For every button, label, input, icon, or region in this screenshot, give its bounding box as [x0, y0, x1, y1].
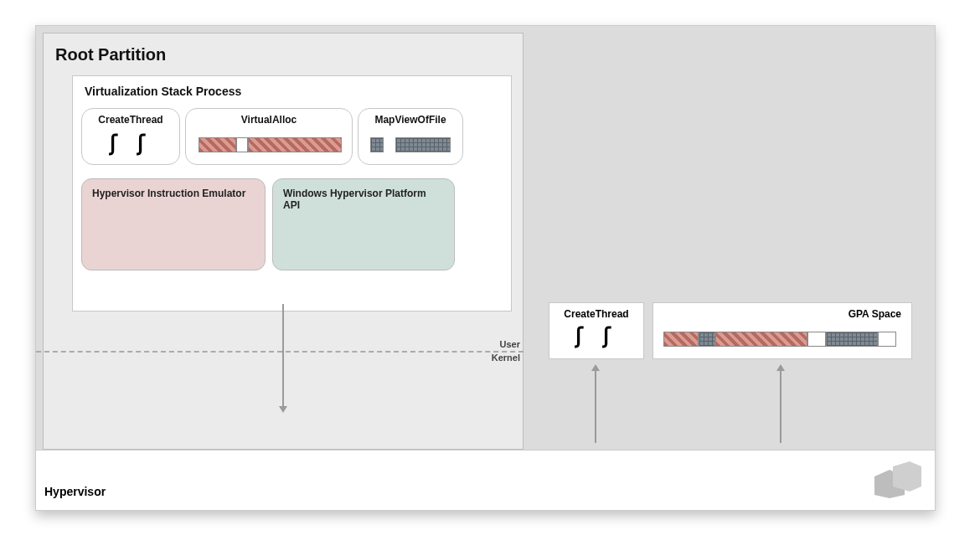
createthread-pill: CreateThread ʃ ʃ	[81, 108, 180, 165]
mapviewoffile-label: MapViewOfFile	[358, 114, 462, 126]
hypervisor-band: Hypervisor	[36, 450, 935, 510]
mapped-page-icon	[370, 137, 384, 152]
platform-api-label: Windows Hypervisor Platform API	[283, 188, 426, 211]
windows-hypervisor-platform-api-box: Windows Hypervisor Platform API	[272, 178, 455, 270]
createthread-guest-box: CreateThread ʃ ʃ	[549, 302, 644, 359]
user-mode-label: User	[500, 339, 520, 349]
gpa-mapped-icon	[699, 332, 715, 347]
virtualalloc-label: VirtualAlloc	[186, 114, 352, 126]
virtualalloc-pill: VirtualAlloc	[185, 108, 353, 165]
memory-segment-icon	[199, 137, 236, 152]
virtualization-stack-title: Virtualization Stack Process	[85, 85, 241, 98]
gpa-space-box: GPA Space	[652, 302, 912, 359]
mapviewoffile-pill: MapViewOfFile	[358, 108, 463, 165]
root-partition-title: Root Partition	[55, 45, 166, 64]
gpa-segment-icon	[663, 332, 699, 347]
gpa-mapped-icon	[826, 332, 878, 347]
mapped-region-icon	[395, 137, 451, 152]
thread-icon: ʃ ʃ	[82, 131, 179, 157]
createthread-label: CreateThread	[82, 114, 179, 126]
logo-icon	[873, 461, 923, 498]
gpa-space-label: GPA Space	[848, 308, 901, 320]
arrow-down-icon	[282, 304, 284, 408]
kernel-mode-label: Kernel	[492, 353, 520, 363]
memory-segment-icon	[248, 137, 342, 152]
memory-gap-icon	[236, 137, 248, 152]
diagram-frame: Root Partition Virtualization Stack Proc…	[35, 25, 936, 511]
gpa-gap-icon	[878, 332, 896, 347]
hypervisor-label: Hypervisor	[44, 485, 106, 498]
user-kernel-boundary-line	[36, 351, 524, 353]
emulator-label: Hypervisor Instruction Emulator	[92, 188, 245, 199]
arrow-up-icon	[780, 369, 781, 443]
virtualization-stack-box: Virtualization Stack Process CreateThrea…	[72, 75, 512, 312]
gpa-segment-icon	[715, 332, 807, 347]
thread-icon: ʃ ʃ	[549, 323, 643, 349]
gpa-gap-icon	[807, 332, 826, 347]
createthread-guest-label: CreateThread	[549, 308, 643, 320]
hypervisor-instruction-emulator-box: Hypervisor Instruction Emulator	[81, 178, 266, 270]
arrow-up-icon	[595, 369, 596, 443]
